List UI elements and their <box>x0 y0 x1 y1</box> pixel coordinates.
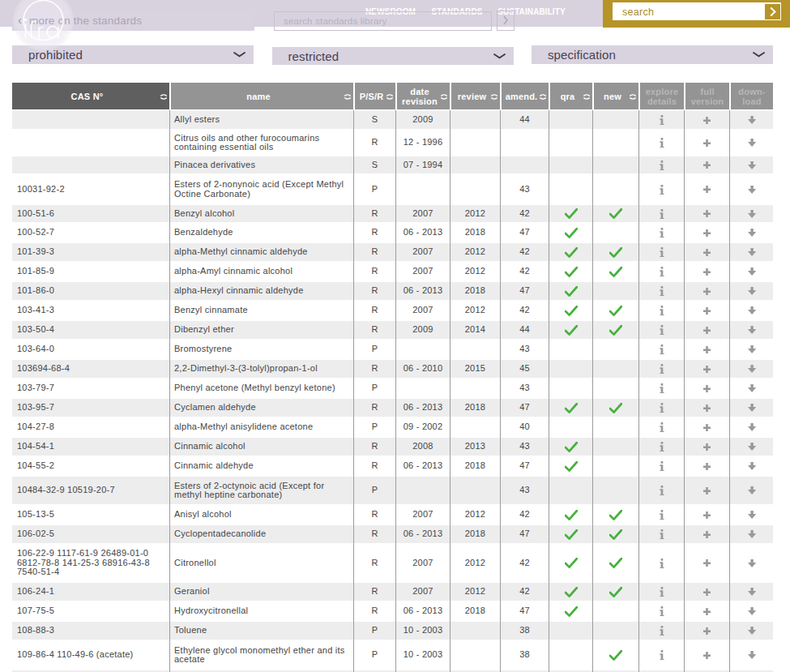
svg-text:TM: TM <box>64 33 70 38</box>
